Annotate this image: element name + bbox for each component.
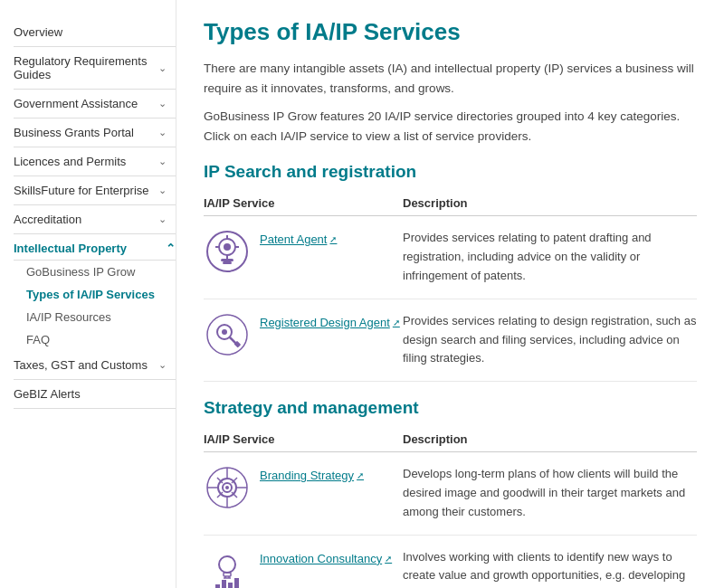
col-header-service-2: IA/IP Service (204, 432, 403, 446)
sidebar-item-label: Licences and Permits (14, 155, 126, 168)
sidebar: Overview Regulatory Requirements Guides … (0, 0, 176, 588)
patent-agent-label: Patent Agent (260, 232, 327, 246)
sidebar-sub-item-ia-ip-resources[interactable]: IA/IP Resources (14, 306, 176, 328)
service-name-cell: Branding Strategy ➚ (260, 465, 364, 482)
innovation-consultancy-link[interactable]: Innovation Consultancy ➚ (260, 552, 392, 565)
external-link-icon: ➚ (385, 554, 392, 564)
svg-rect-23 (224, 573, 231, 576)
col-header-desc: Description (403, 196, 697, 210)
sidebar-item-accreditation[interactable]: Accreditation ⌄ (14, 205, 176, 234)
service-cell-innovation-consultancy: Innovation Consultancy ➚ (204, 548, 403, 588)
sidebar-item-label: Overview (14, 25, 62, 39)
sidebar-sub-item-label: IA/IP Resources (26, 310, 111, 324)
innovation-consultancy-desc: Involves working with clients to identif… (403, 548, 697, 588)
sidebar-item-label: SkillsFuture for Enterprise (14, 184, 149, 197)
chevron-down-icon: ⌄ (158, 185, 167, 196)
sidebar-item-label: Taxes, GST and Customs (14, 358, 148, 372)
patent-agent-link[interactable]: Patent Agent ➚ (260, 232, 337, 246)
chevron-down-icon: ⌄ (158, 213, 167, 225)
page-title: Types of IA/IP Services (204, 18, 697, 46)
svg-point-11 (222, 329, 227, 335)
chevron-down-icon: ⌄ (158, 156, 167, 167)
intro-paragraph-1: There are many intangible assets (IA) an… (204, 59, 697, 98)
sidebar-item-govt-assistance[interactable]: Government Assistance ⌄ (14, 90, 176, 119)
table-row-innovation-consultancy: Innovation Consultancy ➚ Involves workin… (204, 536, 697, 588)
service-name-cell: Registered Design Agent ➚ (260, 312, 400, 329)
table-row-branding-strategy: Branding Strategy ➚ Develops long-term p… (204, 452, 697, 535)
registered-design-agent-link[interactable]: Registered Design Agent ➚ (260, 316, 400, 329)
sidebar-sub-item-label: FAQ (26, 333, 50, 346)
svg-point-21 (225, 486, 229, 489)
service-cell-patent-agent: Patent Agent ➚ (204, 229, 403, 274)
sidebar-item-taxes-gst[interactable]: Taxes, GST and Customs ⌄ (14, 351, 176, 380)
sidebar-item-overview[interactable]: Overview (14, 18, 176, 47)
registered-design-agent-icon (204, 312, 251, 357)
branding-strategy-icon (204, 465, 251, 510)
section-title-strategy: Strategy and management (204, 398, 697, 418)
sidebar-sub-item-label: GoBusiness IP Grow (26, 265, 135, 279)
chevron-down-icon: ⌄ (158, 127, 167, 138)
service-name-cell: Patent Agent ➚ (260, 229, 337, 246)
branding-strategy-desc: Develops long-term plans of how clients … (403, 465, 697, 521)
svg-rect-28 (222, 580, 226, 588)
svg-rect-7 (223, 261, 232, 264)
patent-icon-svg (205, 229, 250, 274)
sidebar-sub-item-gobusiness-ip-grow[interactable]: GoBusiness IP Grow (14, 261, 176, 283)
sidebar-sub-item-types-ia-ip[interactable]: Types of IA/IP Services (14, 283, 176, 306)
sidebar-item-gebiz-alerts[interactable]: GeBIZ Alerts (14, 380, 176, 409)
sidebar-item-regulatory[interactable]: Regulatory Requirements Guides ⌄ (14, 47, 176, 90)
patent-agent-icon (204, 229, 251, 274)
innovation-icon-svg (205, 548, 250, 588)
chevron-down-icon: ⌄ (158, 359, 167, 371)
innovation-consultancy-icon (204, 548, 251, 588)
external-link-icon: ➚ (357, 470, 364, 480)
service-cell-branding-strategy: Branding Strategy ➚ (204, 465, 403, 510)
sidebar-item-label: Government Assistance (14, 97, 138, 110)
registered-design-agent-label: Registered Design Agent (260, 316, 390, 329)
svg-rect-29 (228, 583, 233, 588)
sidebar-item-label: Business Grants Portal (14, 126, 134, 139)
svg-rect-30 (234, 578, 239, 588)
table-header-ip-search: IA/IP Service Description (204, 191, 697, 216)
chevron-down-icon: ⌄ (158, 62, 167, 74)
service-name-cell: Innovation Consultancy ➚ (260, 548, 392, 565)
branding-icon-svg (205, 465, 250, 510)
svg-point-8 (224, 243, 231, 251)
svg-rect-27 (215, 584, 220, 588)
sidebar-item-label: Accreditation (14, 213, 81, 226)
col-header-service: IA/IP Service (204, 196, 403, 210)
branding-strategy-link[interactable]: Branding Strategy ➚ (260, 469, 364, 482)
intro-paragraph-2: GoBusiness IP Grow features 20 IA/IP ser… (204, 107, 697, 146)
sidebar-item-label: Regulatory Requirements Guides (14, 54, 158, 81)
registered-design-agent-desc: Provides services relating to design reg… (403, 312, 697, 368)
main-content: Types of IA/IP Services There are many i… (176, 0, 724, 588)
svg-rect-6 (221, 259, 233, 261)
col-header-desc-2: Description (403, 432, 697, 446)
sidebar-sub-item-faq[interactable]: FAQ (14, 328, 176, 351)
service-cell-registered-design-agent: Registered Design Agent ➚ (204, 312, 403, 357)
branding-strategy-label: Branding Strategy (260, 469, 354, 482)
table-row-patent-agent: Patent Agent ➚ Provides services relatin… (204, 216, 697, 299)
sidebar-item-grants-portal[interactable]: Business Grants Portal ⌄ (14, 119, 176, 147)
svg-point-22 (219, 556, 235, 573)
table-header-strategy: IA/IP Service Description (204, 427, 697, 452)
sidebar-item-licences-permits[interactable]: Licences and Permits ⌄ (14, 147, 176, 176)
sidebar-item-label: GeBIZ Alerts (14, 387, 81, 401)
external-link-icon: ➚ (393, 318, 400, 327)
chevron-down-icon: ⌄ (158, 98, 167, 109)
sidebar-item-label: Intellectual Property (14, 242, 127, 255)
svg-point-9 (207, 315, 247, 355)
design-icon-svg (205, 312, 250, 357)
chevron-up-icon: ⌃ (166, 242, 176, 255)
patent-agent-desc: Provides services relating to patent dra… (403, 229, 697, 285)
sidebar-item-intellectual-property[interactable]: Intellectual Property ⌃ (14, 234, 176, 261)
innovation-consultancy-label: Innovation Consultancy (260, 552, 382, 565)
external-link-icon: ➚ (329, 234, 337, 244)
section-title-ip-search: IP Search and registration (204, 162, 697, 182)
sidebar-sub-item-label: Types of IA/IP Services (26, 288, 155, 301)
sidebar-sub-items: GoBusiness IP Grow Types of IA/IP Servic… (14, 261, 176, 351)
table-row-registered-design-agent: Registered Design Agent ➚ Provides servi… (204, 299, 697, 382)
sidebar-item-skillsfuture[interactable]: SkillsFuture for Enterprise ⌄ (14, 176, 176, 205)
